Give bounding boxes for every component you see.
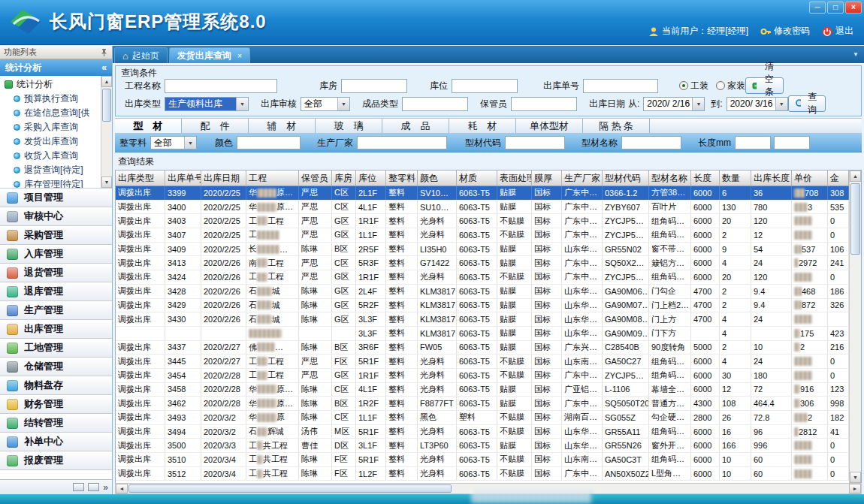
table-row[interactable]: 调拨出库35102020/3/4工共工程陈琳F区5R1F整料光身料6063-T5…	[116, 453, 849, 467]
column-header[interactable]: 出库日期	[201, 171, 246, 186]
table-row[interactable]: 调拨出库34032020/2/25工工程严思G区1R1F整料光身料6063-T5…	[116, 214, 849, 228]
column-header[interactable]: 出库单号	[165, 171, 201, 186]
column-header[interactable]: 金	[828, 171, 849, 186]
table-row[interactable]: 调拨出库35122020/3/4工共工程陈琳F区1L2F整料光身料6063-T5…	[116, 467, 849, 481]
sidebar-module[interactable]: 项目管理	[0, 189, 112, 207]
table-row[interactable]: 调拨出库34452020/2/27工工程严思F区5R1F整料光身料6063-T5…	[116, 355, 849, 369]
sidebar-module[interactable]: 采购管理	[0, 226, 112, 245]
table-row[interactable]: 调拨出库34542020/2/28工工程严思G区1R1F整料光身料6063-T5…	[116, 369, 849, 383]
length-max-input[interactable]	[774, 136, 810, 149]
column-header[interactable]: 出库类型	[116, 171, 165, 186]
sidebar-module[interactable]: 仓储管理	[0, 358, 112, 376]
scroll-up-icon[interactable]: ▲	[101, 76, 112, 87]
sidebar-module[interactable]: 审核中心	[0, 207, 112, 226]
scroll-up-icon[interactable]: ▲	[850, 171, 861, 182]
column-header[interactable]: 表面处理	[497, 171, 532, 186]
minimize-button[interactable]: ─	[809, 2, 826, 14]
table-row[interactable]: 调拨出库34942020/3/2石辉城汤伟M区5R1F整料光身料6063-T5不…	[116, 425, 849, 439]
table-row[interactable]: 调拨出库34072020/2/25工严思G区1L1F整料光身料6063-T5不贴…	[116, 228, 849, 243]
material-tab[interactable]: 玻 璃	[316, 119, 382, 133]
column-header[interactable]: 工程	[246, 171, 299, 186]
dropdown-icon[interactable]: ▼	[692, 98, 704, 110]
keyboard-icon[interactable]	[73, 483, 84, 491]
column-header[interactable]: 整零料	[386, 171, 418, 186]
table-row[interactable]: 调拨出库34302020/2/26石城陈琳G区3L3F整料KLM38176063…	[116, 312, 849, 327]
column-header[interactable]: 出库长度	[751, 171, 792, 186]
sidebar-module[interactable]: 入库管理	[0, 245, 112, 264]
clear-conditions-button[interactable]: 清空条件	[745, 77, 784, 94]
table-row[interactable]: 调拨出库34622020/2/28华原…陈琳B区1R2F整料F8877FT606…	[116, 397, 849, 411]
close-button[interactable]: ×	[845, 2, 862, 14]
tree-item[interactable]: 采购入库查询	[0, 120, 101, 134]
profile-name-input[interactable]	[621, 136, 681, 149]
project-name-input[interactable]	[165, 79, 277, 93]
search-button[interactable]: 查 询	[788, 95, 826, 112]
table-row[interactable]: 调拨出库34002020/2/25华原…严思C区4L1F整料SU10…6063-…	[116, 201, 849, 215]
change-password-link[interactable]: 修改密码	[760, 25, 810, 38]
scrollbar-thumb[interactable]	[850, 183, 860, 255]
dropdown-icon[interactable]: ▼	[184, 137, 196, 149]
table-row[interactable]: 调拨出库34582020/2/28华原…陈琳C区4L1F整料光身料6063-T5…	[116, 383, 849, 397]
sidebar-module[interactable]: 退货管理	[0, 264, 112, 282]
tree-item[interactable]: 退货查询[待定]	[0, 163, 101, 177]
expand-icon[interactable]: »	[103, 482, 108, 493]
column-header[interactable]: 膜厚	[532, 171, 562, 186]
pin-icon[interactable]	[100, 48, 108, 57]
collapse-icon[interactable]: «	[101, 62, 107, 73]
dropdown-icon[interactable]: ▼	[236, 98, 248, 110]
manufacturer-input[interactable]	[357, 136, 447, 149]
whole-scrap-select[interactable]: 全部 ▼	[150, 136, 197, 149]
date-to-select[interactable]: 2020/ 3/16 ▼	[727, 97, 788, 111]
scrollbar-thumb[interactable]	[102, 89, 111, 122]
table-row[interactable]: 调拨出库34242020/2/26工工程严思G区1R1F整料光身料6063-T5…	[116, 270, 849, 285]
dropdown-icon[interactable]: ▼	[775, 98, 787, 110]
sidebar-module[interactable]: 生产管理	[0, 301, 112, 320]
column-header[interactable]: 库房	[332, 171, 356, 186]
sidebar-section-header[interactable]: 统计分析 «	[0, 59, 112, 76]
order-no-input[interactable]	[583, 79, 658, 93]
tab-shipping-outbound-query[interactable]: 发货出库查询 ×	[169, 47, 250, 63]
profile-code-input[interactable]	[505, 136, 565, 149]
material-tab[interactable]: 成 品	[382, 119, 449, 133]
length-min-input[interactable]	[735, 136, 771, 149]
logout-button[interactable]: 退出	[822, 25, 853, 38]
column-header[interactable]: 材质	[457, 171, 497, 186]
tab-start-page[interactable]: ⌂ 起始页	[114, 47, 168, 63]
keeper-input[interactable]	[511, 97, 577, 111]
radio-home-label[interactable]: 家装	[727, 80, 745, 92]
tree-item[interactable]: 在途信息查询[供	[0, 106, 101, 120]
radio-home-decoration[interactable]	[716, 81, 725, 90]
column-header[interactable]: 库位	[356, 171, 386, 186]
radio-work-label[interactable]: 工装	[690, 80, 708, 92]
table-row[interactable]: 3L3F整料KLM38176063-T5贴膜国标山东华…GA90M09…门下方4…	[116, 327, 849, 341]
material-tab[interactable]: 隔 热 条	[583, 119, 650, 133]
table-row[interactable]: 调拨出库34132020/2/26南工程严思C区5R3F整料G714226063…	[116, 256, 849, 270]
sidebar-module[interactable]: 财务管理	[0, 395, 112, 414]
scroll-right-icon[interactable]: ►	[849, 484, 861, 493]
location-input[interactable]	[452, 79, 518, 93]
tree-item[interactable]: 收货入库查询	[0, 149, 101, 163]
column-header[interactable]: 型材代码	[603, 171, 649, 186]
sidebar-module[interactable]: 物料盘存	[0, 376, 112, 395]
tree-item[interactable]: 库存管理[待定]	[0, 177, 101, 188]
table-row[interactable]: 调拨出库34372020/2/27佛…陈琳B区3R6F整料FW056063-T5…	[116, 341, 849, 355]
column-header[interactable]: 长度	[691, 171, 720, 186]
sidebar-module[interactable]: 工地管理	[0, 339, 112, 358]
maximize-button[interactable]: □	[827, 2, 844, 14]
sidebar-module[interactable]: 退库管理	[0, 282, 112, 301]
table-row[interactable]: 调拨出库34932020/3/2华原陈琳C区1L1F整料黑色塑料不贴膜国标湖南百…	[116, 411, 849, 425]
tree-item[interactable]: 发货出库查询	[0, 134, 101, 149]
table-row[interactable]: 调拨出库34092020/2/25长…陈琳B区2R5F整料LI35H06063-…	[116, 243, 849, 257]
sidebar-module[interactable]: 结转管理	[0, 414, 112, 433]
sidebar-module[interactable]: 补单中心	[0, 433, 112, 451]
scrollbar-thumb[interactable]	[128, 484, 452, 493]
tab-list-caret-icon[interactable]: ▼	[853, 51, 859, 58]
outbound-audit-select[interactable]: 全部 ▼	[301, 97, 350, 111]
dropdown-icon[interactable]: ▼	[337, 98, 349, 110]
warehouse-input[interactable]	[341, 79, 407, 93]
material-tab[interactable]: 配 件	[182, 119, 249, 133]
product-type-input[interactable]	[402, 97, 468, 111]
radio-work-decoration[interactable]	[679, 81, 688, 90]
column-header[interactable]: 数量	[720, 171, 751, 186]
scroll-left-icon[interactable]: ◄	[116, 484, 128, 493]
